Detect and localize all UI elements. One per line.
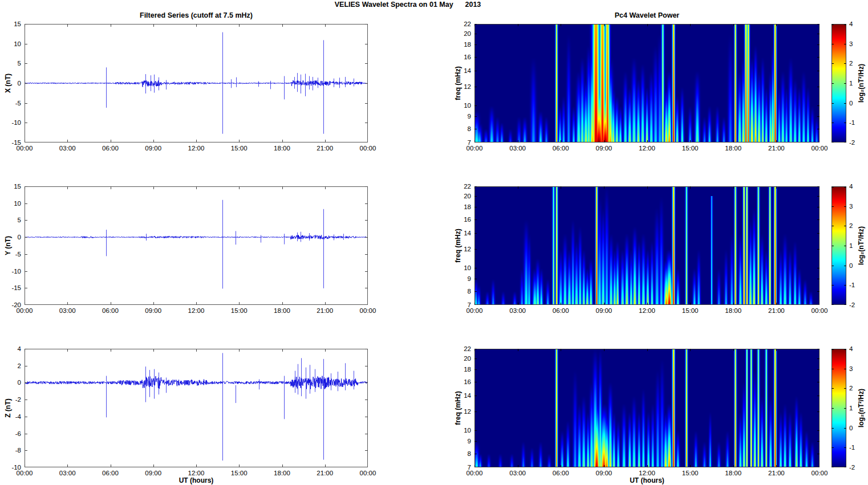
tick-label: 09:00	[593, 307, 615, 315]
tick-label: 3	[849, 202, 863, 210]
tick-label: 7	[454, 301, 471, 309]
tick-label: -15	[4, 284, 21, 292]
tick-label: 8	[454, 125, 471, 133]
x-axis-label-ut-hours-left: UT (hours)	[25, 476, 368, 484]
tick-label: 15:00	[679, 144, 701, 152]
x-axis-label-ut-hours-right: UT (hours)	[474, 476, 820, 484]
tick-label: 00:00	[808, 469, 831, 477]
tick-label: 9	[454, 437, 471, 445]
figure: VELIES Wavelet Spectra on 01 May 2013 Fi…	[0, 0, 868, 485]
tick-label: 9	[454, 112, 471, 120]
tick-label: 16	[454, 215, 471, 223]
x-component-filtered-series-plot	[25, 24, 368, 142]
tick-label: 18:00	[271, 469, 294, 477]
tick-label: 0	[4, 79, 21, 87]
tick-label: 12:00	[185, 144, 208, 152]
tick-label: -2	[849, 301, 863, 309]
tick-label: 12:00	[185, 469, 208, 477]
tick-label: 12	[454, 245, 471, 253]
tick-label: -8	[4, 446, 21, 454]
tick-label: 16	[454, 53, 471, 61]
tick-label: 0	[4, 233, 21, 241]
z-component-wavelet-spectrogram	[474, 349, 820, 467]
tick-label: -2	[4, 396, 21, 404]
tick-label: 10	[4, 199, 21, 207]
tick-label: -15	[4, 138, 21, 146]
tick-label: 03:00	[506, 307, 529, 315]
plot-title-pc4-wavelet-power: Pc4 Wavelet Power	[474, 11, 820, 21]
tick-label: 18	[454, 365, 471, 373]
tick-label: 15:00	[679, 307, 701, 315]
tick-label: 06:00	[549, 144, 572, 152]
tick-label: 7	[454, 463, 471, 471]
tick-label: 1	[849, 242, 863, 250]
tick-label: 10	[4, 40, 21, 48]
tick-label: 15	[4, 182, 21, 190]
tick-label: 4	[4, 345, 21, 353]
tick-label: 18:00	[271, 144, 294, 152]
tick-label: 20	[454, 354, 471, 362]
colorbar-1	[832, 24, 846, 142]
y-component-filtered-series-plot	[25, 186, 368, 305]
tick-label: -6	[4, 430, 21, 438]
tick-label: -1	[849, 281, 863, 289]
tick-label: 16	[454, 378, 471, 386]
tick-label: -10	[4, 119, 21, 127]
tick-label: 00:00	[356, 307, 379, 315]
tick-label: 00:00	[356, 469, 379, 477]
tick-label: 03:00	[506, 469, 529, 477]
tick-label: 03:00	[56, 469, 79, 477]
tick-label: 22	[454, 182, 471, 190]
tick-label: 00:00	[808, 307, 831, 315]
tick-label: 06:00	[99, 307, 122, 315]
tick-label: -5	[4, 99, 21, 107]
tick-label: 3	[849, 365, 863, 373]
tick-label: 15:00	[228, 307, 250, 315]
tick-label: 09:00	[593, 469, 615, 477]
tick-label: 09:00	[142, 144, 165, 152]
tick-label: -1	[849, 443, 863, 451]
tick-label: -4	[4, 413, 21, 421]
tick-label: 14	[454, 67, 471, 75]
tick-label: 2	[849, 222, 863, 230]
tick-label: 7	[454, 138, 471, 146]
colorbar-3	[832, 349, 846, 467]
tick-label: 18:00	[722, 144, 745, 152]
tick-label: 15:00	[228, 144, 250, 152]
tick-label: 20	[454, 30, 471, 38]
tick-label: 06:00	[99, 144, 122, 152]
tick-label: 03:00	[56, 144, 79, 152]
tick-label: 2	[849, 384, 863, 392]
tick-label: 4	[849, 345, 863, 353]
tick-label: 15	[4, 20, 21, 28]
tick-label: 9	[454, 275, 471, 283]
tick-label: 12:00	[636, 307, 659, 315]
tick-label: 8	[454, 287, 471, 295]
tick-label: 0	[4, 378, 21, 386]
y-component-wavelet-spectrogram	[474, 186, 820, 305]
tick-label: 8	[454, 450, 471, 458]
tick-label: 21:00	[314, 144, 336, 152]
tick-label: 18:00	[722, 307, 745, 315]
tick-label: -10	[4, 267, 21, 275]
tick-label: -20	[4, 301, 21, 309]
tick-label: 21:00	[765, 144, 788, 152]
tick-label: -1	[849, 119, 863, 127]
tick-label: 21:00	[314, 469, 336, 477]
tick-label: 09:00	[142, 469, 165, 477]
tick-label: 21:00	[765, 469, 788, 477]
tick-label: 1	[849, 404, 863, 412]
tick-label: 03:00	[506, 144, 529, 152]
tick-label: 22	[454, 345, 471, 353]
tick-label: 03:00	[56, 307, 79, 315]
figure-title: VELIES Wavelet Spectra on 01 May 2013	[174, 1, 642, 9]
tick-label: 06:00	[99, 469, 122, 477]
tick-label: 12:00	[185, 307, 208, 315]
tick-label: 12:00	[636, 469, 659, 477]
tick-label: 06:00	[549, 307, 572, 315]
tick-label: 21:00	[314, 307, 336, 315]
tick-label: 1	[849, 79, 863, 87]
tick-label: 09:00	[142, 307, 165, 315]
colorbar-2	[832, 186, 846, 305]
tick-label: 10	[454, 426, 471, 434]
